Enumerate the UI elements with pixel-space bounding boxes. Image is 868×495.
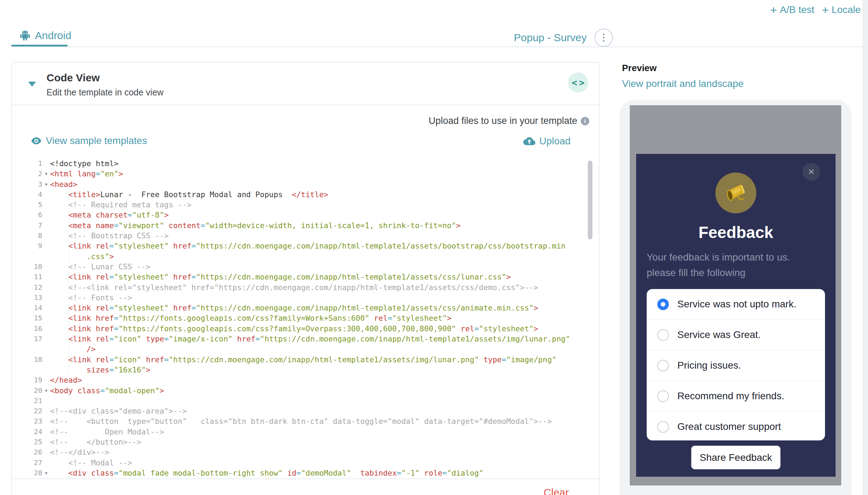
survey-option[interactable]: Pricing issues.	[647, 350, 825, 381]
fold-gutter	[42, 251, 50, 262]
code-row: 23<!-- <button type="button" class="btn …	[12, 416, 599, 426]
code-line: <link rel="icon" href="https://cdn.moeng…	[50, 355, 556, 365]
radio-icon[interactable]	[657, 390, 669, 402]
radio-icon[interactable]	[657, 329, 669, 341]
line-number	[12, 365, 42, 375]
code-line: sizes="16x16">	[50, 365, 150, 375]
code-line: <!-- Fonts -->	[50, 293, 132, 303]
fold-gutter	[42, 303, 50, 313]
share-feedback-button[interactable]: Share Feedback	[691, 446, 781, 469]
preview-title: Preview	[622, 63, 657, 74]
line-number: 18	[12, 355, 42, 365]
survey-option[interactable]: Service was not upto mark.	[647, 289, 825, 319]
fold-gutter	[42, 416, 50, 426]
fold-gutter	[42, 458, 50, 468]
code-row: 28▾ <div class="modal fade modal-bottom-…	[12, 468, 599, 478]
phone-mockup: × Feedbac	[619, 100, 852, 495]
code-row: 2▾<html lang="en">	[12, 169, 599, 179]
code-editor-rows: 1<!doctype html>2▾<html lang="en">3▾<hea…	[12, 158, 599, 478]
fold-gutter	[42, 293, 50, 303]
code-row: 24<!-- Open Modal-->	[12, 427, 599, 437]
code-row: 17 <link rel="icon" type="image/x-icon" …	[12, 334, 599, 344]
upload-button[interactable]: Upload	[523, 135, 571, 147]
fold-gutter	[42, 355, 50, 365]
view-sample-templates-label: View sample templates	[46, 135, 147, 146]
radio-icon[interactable]	[657, 421, 669, 433]
code-line: <!-- Lunar CSS -->	[50, 262, 150, 272]
code-line: <link href="https://fonts.googleapis.com…	[50, 324, 538, 334]
editor-scrollbar-thumb[interactable]	[588, 161, 592, 239]
line-number: 26	[12, 447, 42, 457]
survey-option[interactable]: Great customer support	[647, 411, 825, 440]
fold-gutter	[42, 241, 50, 251]
radio-selected-icon[interactable]	[657, 299, 669, 310]
code-line: <meta charset="utf-8">	[50, 210, 169, 220]
survey-option-label: Pricing issues.	[677, 360, 741, 371]
template-editor-page: + A/B test + Locale Android Popup - Surv…	[0, 0, 868, 495]
code-editor[interactable]: 1<!doctype html>2▾<html lang="en">3▾<hea…	[12, 158, 599, 479]
survey-option[interactable]: Service was Great.	[647, 319, 825, 350]
survey-option[interactable]: Recommend my friends.	[647, 381, 825, 411]
code-line: <!-- </button>-->	[50, 437, 141, 447]
fold-arrow-icon[interactable]: ▾	[42, 179, 50, 189]
code-row: 1<!doctype html>	[12, 158, 599, 169]
fold-gutter	[42, 189, 50, 200]
upload-label: Upload	[539, 136, 571, 147]
fold-gutter	[42, 406, 50, 416]
modal-title: Feedback	[636, 223, 836, 242]
add-locale-button[interactable]: + Locale	[822, 4, 861, 15]
view-sample-templates-link[interactable]: View sample templates	[31, 135, 147, 146]
line-number: 12	[12, 282, 42, 293]
fold-arrow-icon[interactable]: ▾	[42, 169, 50, 179]
kebab-menu-icon[interactable]	[595, 29, 613, 47]
line-number: 8	[12, 231, 42, 241]
code-row: 26<!--</div>-->	[12, 447, 599, 457]
page-scrollbar[interactable]	[863, 0, 868, 495]
code-line: <link rel="stylesheet" href="https://cdn…	[50, 241, 566, 251]
survey-options: Service was not upto mark.Service was Gr…	[647, 289, 825, 440]
triangle-down-icon[interactable]	[28, 82, 36, 87]
code-line: <title>Lunar - Free Bootstrap Modal and …	[50, 189, 328, 200]
code-row: 14 <link rel="stylesheet" href="https://…	[12, 303, 599, 313]
code-line: <!--<div class="demo-area">-->	[50, 406, 187, 416]
android-icon	[19, 30, 31, 41]
info-icon[interactable]: i	[581, 117, 589, 125]
code-view-subtitle: Edit the template in code view	[47, 87, 164, 98]
clear-button[interactable]: Clear	[543, 487, 569, 495]
line-number: 16	[12, 324, 42, 334]
code-row: 18 <link rel="icon" href="https://cdn.mo…	[12, 355, 599, 365]
template-name[interactable]: Popup - Survey	[514, 32, 587, 44]
code-line: .css">	[50, 251, 114, 262]
fold-arrow-icon[interactable]: ▾	[42, 386, 50, 396]
code-line: <!--<link rel="stylesheet" href="https:/…	[50, 282, 538, 293]
survey-option-label: Great customer support	[677, 421, 781, 432]
line-number: 11	[12, 272, 42, 282]
code-line: <!-- Bootstrap CSS -->	[50, 231, 169, 241]
indent-guide	[69, 189, 69, 375]
line-number: 22	[12, 406, 42, 416]
code-row: 19</head>	[12, 375, 599, 385]
code-row: 11 <link rel="stylesheet" href="https://…	[12, 272, 599, 282]
add-ab-test-button[interactable]: + A/B test	[770, 4, 814, 15]
line-number: 4	[12, 189, 42, 200]
tab-android-label: Android	[35, 30, 71, 42]
close-icon[interactable]: ×	[802, 163, 820, 181]
radio-icon[interactable]	[657, 360, 669, 371]
line-number: 28	[12, 468, 42, 478]
tab-row-divider	[11, 46, 863, 47]
fold-gutter	[42, 447, 50, 457]
fold-gutter	[42, 200, 50, 210]
line-number: 13	[12, 293, 42, 303]
line-number: 10	[12, 262, 42, 272]
code-line: <!doctype html>	[50, 158, 118, 169]
line-number: 15	[12, 313, 42, 323]
code-view-toggle-button[interactable]: <>	[568, 73, 588, 93]
line-number: 7	[12, 220, 42, 231]
code-row: 16 <link href="https://fonts.googleapis.…	[12, 324, 599, 334]
line-number: 14	[12, 303, 42, 313]
fold-arrow-icon[interactable]: ▾	[42, 468, 50, 478]
view-portrait-landscape-link[interactable]: View portrait and landscape	[622, 78, 744, 89]
code-line: <link rel="stylesheet" href="https://cdn…	[50, 303, 538, 313]
tab-android[interactable]: Android	[19, 30, 71, 42]
code-line: <link rel="stylesheet" href="https://cdn…	[50, 272, 511, 282]
